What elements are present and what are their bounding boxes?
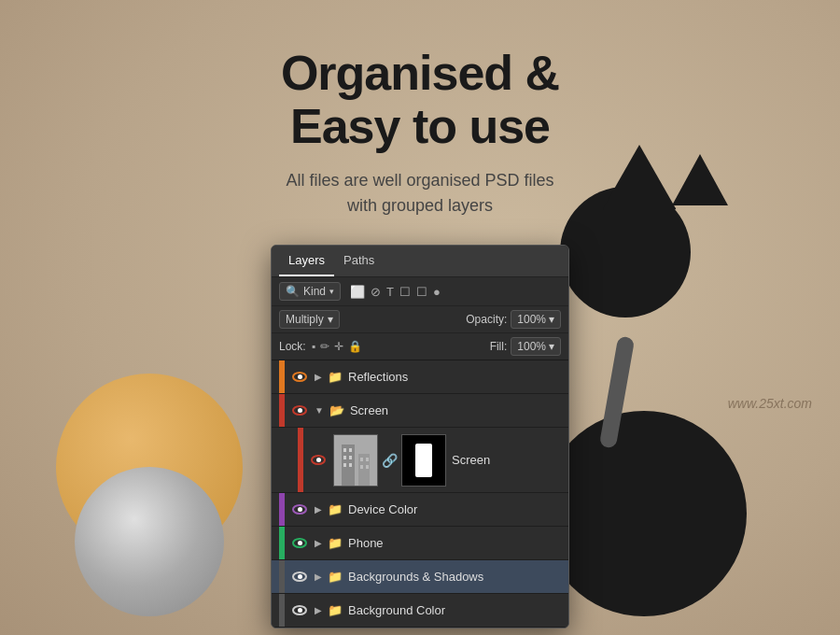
svg-rect-11 [360, 465, 363, 469]
svg-rect-8 [349, 463, 352, 467]
layer-name: Backgrounds & Shadows [348, 570, 561, 584]
eye-icon[interactable] [290, 534, 309, 553]
kind-dropdown[interactable]: 🔍 Kind ▾ [279, 282, 341, 301]
filter-icons: ⬜ ⊘ T ☐ ☐ ● [350, 285, 441, 299]
layer-row-device-color[interactable]: ▶ 📁 Device Color [272, 493, 568, 527]
layer-color-bar [279, 594, 285, 627]
layer-row-background-color[interactable]: ▶ 📁 Background Color [272, 594, 568, 628]
folder-icon: 📁 [328, 502, 343, 516]
thumb-building-inner [334, 435, 377, 486]
search-icon: 🔍 [286, 285, 300, 298]
page-subtitle: All files are well organised PSD files w… [286, 168, 553, 219]
filter-icon-shape[interactable]: ☐ [399, 285, 411, 299]
eye-icon[interactable] [290, 568, 309, 586]
layer-name: Phone [348, 536, 561, 550]
opacity-value[interactable]: 100% ▾ [511, 310, 561, 329]
svg-rect-0 [334, 435, 378, 487]
layer-color-bar [279, 527, 285, 559]
blend-row: Multiply ▾ Opacity: 100% ▾ [272, 306, 568, 333]
eye-icon[interactable] [290, 402, 309, 420]
fill-label: Fill: [490, 340, 508, 353]
expand-arrow-icon[interactable]: ▶ [315, 504, 322, 515]
filter-icon-type[interactable]: T [386, 285, 394, 299]
expand-arrow-icon[interactable]: ▶ [315, 572, 322, 582]
layer-color-bar [279, 394, 285, 427]
chevron-down-icon: ▾ [328, 313, 333, 326]
fill-value[interactable]: 100% ▾ [511, 337, 561, 356]
layer-color-bar [279, 360, 285, 393]
layer-name: Screen [452, 453, 561, 467]
svg-rect-5 [343, 456, 346, 459]
eye-icon[interactable] [290, 601, 309, 620]
svg-rect-4 [349, 448, 352, 452]
eye-icon[interactable] [290, 501, 309, 519]
opacity-field: Opacity: 100% ▾ [466, 310, 561, 329]
layer-color-bar [298, 428, 303, 492]
svg-rect-3 [343, 448, 346, 452]
chevron-down-icon: ▾ [329, 287, 334, 296]
folder-icon: 📁 [328, 370, 343, 384]
lock-position-icon[interactable]: ✛ [334, 340, 343, 353]
svg-rect-10 [366, 458, 369, 461]
lock-label: Lock: [279, 340, 306, 353]
folder-icon: 📂 [329, 403, 344, 417]
page-title: Organised & Easy to use [281, 47, 559, 153]
svg-rect-9 [360, 458, 363, 461]
layers-panel: Layers Paths 🔍 Kind ▾ ⬜ ⊘ T ☐ ☐ ● Multip… [271, 245, 569, 628]
layer-row-backgrounds-shadows[interactable]: ▶ 📁 Backgrounds & Shadows [272, 560, 568, 594]
layer-color-bar [279, 560, 285, 593]
filter-icon-toggle[interactable]: ● [433, 285, 441, 299]
tab-layers[interactable]: Layers [279, 246, 334, 276]
thumb-white-rect [415, 444, 432, 477]
filter-icon-smart[interactable]: ☐ [416, 285, 427, 299]
panel-tabs: Layers Paths [272, 246, 568, 277]
layer-name: Background Color [348, 603, 561, 617]
expand-arrow-icon[interactable]: ▼ [315, 405, 324, 416]
layer-name: Screen [350, 403, 561, 417]
layer-name: Reflections [348, 370, 561, 384]
folder-icon: 📁 [328, 603, 343, 617]
expand-arrow-icon[interactable]: ▶ [315, 605, 322, 615]
thumb-screen-mask [401, 434, 446, 487]
opacity-label: Opacity: [466, 313, 507, 326]
fill-field: Fill: 100% ▾ [490, 337, 561, 356]
blend-mode-value: Multiply [286, 313, 324, 326]
layer-name: Device Color [348, 502, 561, 516]
main-content: Organised & Easy to use All files are we… [0, 0, 840, 628]
tab-paths[interactable]: Paths [334, 246, 384, 276]
svg-rect-7 [343, 463, 346, 467]
eye-icon[interactable] [290, 368, 309, 387]
folder-icon: 📁 [328, 536, 343, 550]
folder-icon: 📁 [328, 570, 343, 584]
filter-toolbar: 🔍 Kind ▾ ⬜ ⊘ T ☐ ☐ ● [272, 277, 568, 306]
thumb-building [333, 434, 378, 487]
chevron-down-icon: ▾ [549, 340, 554, 353]
expand-arrow-icon[interactable]: ▶ [315, 538, 322, 548]
chevron-down-icon: ▾ [549, 313, 554, 326]
layer-thumbnails: 🔗 [333, 434, 446, 487]
filter-icon-image[interactable]: ⬜ [350, 285, 365, 299]
blend-mode-dropdown[interactable]: Multiply ▾ [279, 310, 340, 329]
link-icon: 🔗 [382, 453, 398, 468]
lock-paint-icon[interactable]: ✏ [320, 340, 329, 353]
lock-all-icon[interactable]: 🔒 [348, 340, 362, 353]
layer-row-screen-thumb[interactable]: 🔗 Screen [272, 428, 568, 493]
layer-row-reflections[interactable]: ▶ 📁 Reflections [272, 360, 568, 394]
filter-icon-adjustment[interactable]: ⊘ [371, 285, 381, 299]
svg-rect-12 [366, 465, 369, 469]
kind-label: Kind [303, 285, 326, 298]
layer-color-bar [279, 493, 285, 526]
svg-rect-6 [349, 456, 352, 459]
expand-arrow-icon[interactable]: ▶ [315, 372, 322, 382]
layer-row-screen-group[interactable]: ▼ 📂 Screen [272, 394, 568, 428]
lock-row: Lock: ▪ ✏ ✛ 🔒 Fill: 100% ▾ [272, 333, 568, 360]
layer-row-phone[interactable]: ▶ 📁 Phone [272, 527, 568, 560]
lock-icons: ▪ ✏ ✛ 🔒 [312, 340, 362, 353]
eye-icon[interactable] [309, 451, 328, 470]
lock-transparency-icon[interactable]: ▪ [312, 340, 315, 353]
